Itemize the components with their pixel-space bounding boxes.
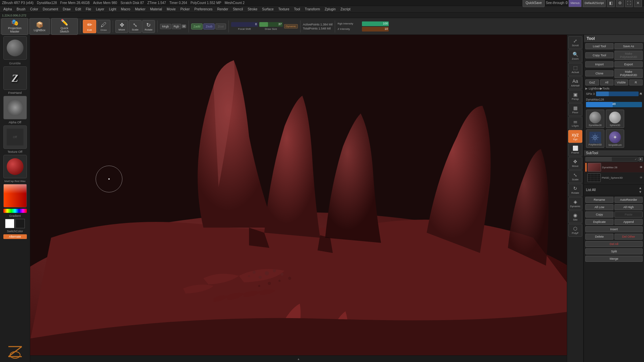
visible-button[interactable]: Visible	[614, 79, 628, 85]
canvas-background[interactable]: ▲	[30, 35, 567, 362]
foreground-swatch[interactable]	[5, 219, 14, 228]
alpha-preview[interactable]	[3, 96, 27, 119]
menu-zscript[interactable]: Zscript	[338, 7, 353, 12]
subtool-item-dynawax28[interactable]: DynaWax 28 👁	[584, 162, 644, 173]
mrgb-button[interactable]: Mrgb	[160, 24, 171, 29]
canvas-area[interactable]: ▲	[30, 35, 567, 362]
menu-layer[interactable]: Layer	[94, 7, 106, 12]
vtb-scale-button[interactable]: ⤡ Scale	[568, 170, 582, 183]
zcut-button[interactable]: Zcut	[215, 23, 226, 29]
zadd-button[interactable]: Zadd	[191, 23, 203, 29]
dynamic-button[interactable]: Dynamic	[284, 24, 298, 28]
lsym-button[interactable]: ⚌ LSym	[568, 117, 582, 129]
vtb-rotate-button[interactable]: ↻ Rotate	[568, 184, 582, 196]
draw-button[interactable]: 🖊 Draw	[97, 20, 110, 33]
quick-sketch-button[interactable]: ✏️ QuickSketch	[51, 18, 78, 35]
rgb-button[interactable]: Rgb	[172, 24, 181, 29]
menu-stroke[interactable]: Stroke	[246, 7, 259, 12]
menu-zplugin[interactable]: Zplugin	[323, 7, 338, 12]
make-poly3d-button[interactable]: Make PolyMesh3D	[614, 69, 643, 78]
brush-preview[interactable]	[3, 36, 27, 60]
stroke-preview[interactable]: Z	[3, 66, 27, 90]
actual-button[interactable]: ⬚ Actual	[568, 63, 582, 76]
menu-macro[interactable]: Macro	[119, 7, 132, 12]
merge-button[interactable]: Merge	[585, 256, 643, 262]
auto-reorder-button[interactable]: AutoReorder	[614, 197, 643, 203]
r-button[interactable]: R	[629, 79, 643, 85]
subtool-vis-dynawax28[interactable]: 👁	[640, 166, 643, 169]
polyf-button[interactable]: ⬡ PolyF	[568, 224, 582, 237]
subtool-eye-toggle[interactable]: 👁	[639, 157, 643, 161]
resize-icon[interactable]: ◧	[607, 0, 615, 7]
goz-button[interactable]: GoZ	[585, 79, 599, 85]
texture-preview[interactable]: Off	[3, 125, 27, 149]
menu-picker[interactable]: Picker	[178, 7, 192, 12]
aahalf-button[interactable]: Aa AAHalf	[568, 76, 582, 89]
list-arrow-up[interactable]: ▲	[639, 186, 642, 190]
copy-button[interactable]: Copy	[585, 212, 613, 218]
all-low-button[interactable]: All Low	[585, 204, 613, 210]
lightbox-expand-arrow[interactable]: ▶	[585, 87, 588, 90]
import-button[interactable]: Import	[585, 61, 613, 67]
persp-button[interactable]: ▣ Persp	[568, 90, 582, 103]
floor-button[interactable]: ▦ Floor	[568, 103, 582, 116]
menu-marker[interactable]: Marker	[133, 7, 147, 12]
menu-movie[interactable]: Movie	[165, 7, 178, 12]
material-preview[interactable]	[3, 155, 27, 178]
menu-file[interactable]: File	[84, 7, 93, 12]
menus-button[interactable]: Menus	[569, 0, 582, 7]
frame-button[interactable]: ⬜ Frame	[568, 143, 582, 156]
mesh-thumb-polymesh3d[interactable]: PolyMesh3D	[586, 129, 604, 148]
menu-color[interactable]: Color	[28, 7, 40, 12]
expand-icon[interactable]: ⛶	[625, 0, 633, 7]
export-button[interactable]: Export	[614, 61, 643, 67]
menu-light[interactable]: Light	[107, 7, 118, 12]
draw-size-bar[interactable]: 37	[259, 22, 283, 27]
color-picker[interactable]	[3, 184, 27, 207]
menu-material[interactable]: Material	[148, 7, 164, 12]
dynawax-bar[interactable]: 48	[586, 102, 642, 107]
focal-shift-bar[interactable]: 0	[231, 22, 258, 27]
hue-strip[interactable]	[3, 209, 27, 213]
menu-render[interactable]: Render	[215, 7, 230, 12]
z-intensity-bar[interactable]: 10	[362, 27, 389, 32]
scale-button[interactable]: ⤡ Scale	[129, 20, 142, 33]
xyz-button[interactable]: xyz Xyz	[568, 130, 582, 143]
del-all-button[interactable]: Del All	[585, 241, 643, 247]
menu-alpha[interactable]: Alpha	[1, 7, 14, 12]
save-as-button[interactable]: Save As	[614, 43, 643, 49]
mesh-thumb-simplebrush[interactable]: ✦ SimpleBrush	[606, 129, 624, 148]
append-button[interactable]: Append	[614, 219, 643, 225]
subtool-toggle-bar[interactable]: ✓	[585, 157, 638, 162]
all-button[interactable]: All	[600, 79, 614, 85]
default-zscript-button[interactable]: DefaultZScript	[583, 0, 606, 7]
menu-texture[interactable]: Texture	[276, 7, 291, 12]
zsub-button[interactable]: Zsub	[203, 23, 215, 29]
load-tool-button[interactable]: Load Tool	[585, 43, 613, 49]
spix-bar[interactable]	[596, 92, 638, 96]
close-icon[interactable]: ✕	[634, 0, 642, 7]
mesh-thumb-sphere3d[interactable]: Sphere3D	[606, 110, 624, 128]
rename-button[interactable]: Rename	[585, 197, 613, 203]
menu-stencil[interactable]: Stencil	[231, 7, 245, 12]
rgb-intensity-bar[interactable]: 100	[362, 21, 389, 26]
menu-transform[interactable]: Transform	[303, 7, 322, 12]
menu-edit[interactable]: Edit	[73, 7, 83, 12]
all-high-button[interactable]: All High	[614, 204, 643, 210]
mesh-thumb-dynawax28[interactable]: DynaWax28	[586, 110, 604, 128]
sculpt-viewport[interactable]	[30, 35, 567, 362]
copy-tool-button[interactable]: Copy Tool	[585, 52, 613, 58]
projection-master-button[interactable]: 🎭 ProjectionMaster	[1, 18, 28, 35]
menu-draw[interactable]: Draw	[61, 7, 72, 12]
lightbox-button[interactable]: 📦 LightBox	[30, 18, 50, 35]
edit-button[interactable]: ✏ Edit	[83, 20, 96, 33]
split-button[interactable]: Split	[585, 248, 643, 254]
duplicate-button[interactable]: Duplicate	[585, 219, 613, 225]
clone-button[interactable]: Clone	[585, 70, 613, 76]
list-arrow-down[interactable]: ▼	[639, 190, 642, 194]
move-button[interactable]: ✥ Move	[115, 20, 128, 33]
settings-icon[interactable]: ⚙	[616, 0, 624, 7]
alternate-button[interactable]: Alternate	[3, 234, 27, 239]
menu-tool[interactable]: Tool	[292, 7, 302, 12]
menu-surface[interactable]: Surface	[260, 7, 275, 12]
